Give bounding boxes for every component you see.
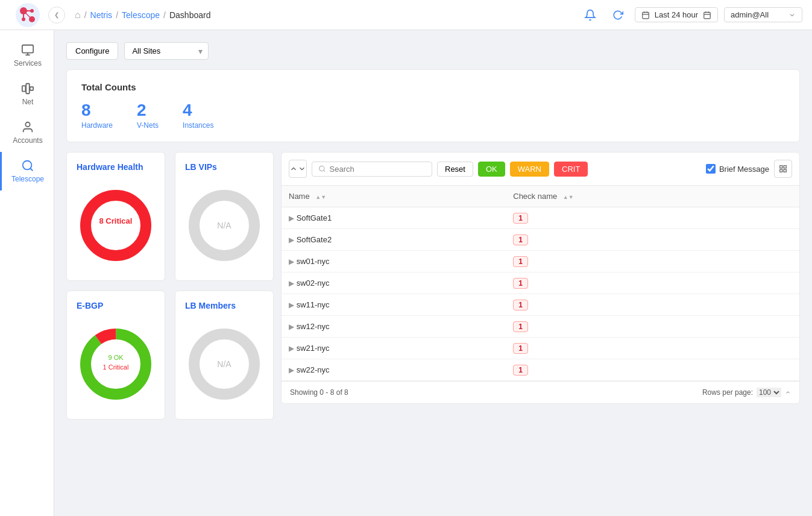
breadcrumb-telescope[interactable]: Telescope bbox=[122, 10, 160, 20]
breadcrumb-netris[interactable]: Netris bbox=[90, 10, 113, 20]
table-row: ▶ SoftGate1 1 bbox=[282, 207, 799, 229]
svg-rect-19 bbox=[22, 86, 26, 91]
search-icon bbox=[318, 165, 326, 173]
row-name: sw01-nyc bbox=[297, 257, 330, 266]
svg-rect-8 bbox=[642, 12, 649, 18]
sidebar-telescope-label: Telescope bbox=[11, 175, 44, 183]
site-select[interactable]: All Sites Site 1 Site 2 bbox=[124, 42, 209, 60]
topbar: ❮ ⌂ / Netris / Telescope / Dashboard bbox=[0, 0, 812, 30]
row-name: sw11-nyc bbox=[297, 300, 330, 309]
sidebar-toggle[interactable]: ❮ bbox=[48, 7, 65, 24]
lb-members-card: LB Members N/A bbox=[175, 291, 274, 420]
layout-icon bbox=[779, 165, 787, 173]
hardware-health-donut: 8 Critical bbox=[77, 180, 155, 271]
row-expand-button[interactable]: ▶ bbox=[289, 257, 294, 266]
stat-vnets-number: 2 bbox=[137, 101, 159, 120]
topbar-right: Last 24 hour admin@All bbox=[579, 4, 802, 26]
row-name-cell: ▶ SoftGate2 bbox=[282, 229, 506, 251]
row-name-cell: ▶ sw11-nyc bbox=[282, 294, 506, 316]
svg-text:N/A: N/A bbox=[217, 221, 231, 230]
table-row: ▶ sw02-nyc 1 bbox=[282, 272, 799, 294]
row-name: sw21-nyc bbox=[297, 344, 330, 353]
lb-vips-title: LB VIPs bbox=[185, 162, 263, 172]
row-expand-button[interactable]: ▶ bbox=[289, 214, 294, 222]
row-name: sw22-nyc bbox=[297, 365, 330, 374]
sidebar-services-label: Services bbox=[14, 59, 42, 68]
row-badge-cell: 1 bbox=[506, 229, 799, 251]
chart-row-bottom: E-BGP 9 OK 1 Critical bbox=[66, 291, 271, 420]
expand-button[interactable] bbox=[289, 160, 307, 178]
sidebar-item-accounts[interactable]: Accounts bbox=[0, 113, 54, 152]
time-range-label: Last 24 hour bbox=[655, 10, 698, 19]
user-dropdown[interactable]: admin@All bbox=[724, 7, 802, 22]
stat-vnets: 2 V-Nets bbox=[137, 101, 159, 130]
sidebar-item-telescope[interactable]: Telescope bbox=[0, 152, 54, 190]
row-badge-cell: 1 bbox=[506, 272, 799, 294]
row-badge: 1 bbox=[513, 234, 528, 245]
svg-text:1 Critical: 1 Critical bbox=[103, 363, 129, 371]
table-row: ▶ sw12-nyc 1 bbox=[282, 316, 799, 338]
lb-vips-card: LB VIPs N/A bbox=[175, 152, 274, 281]
row-badge-cell: 1 bbox=[506, 316, 799, 338]
time-range-selector[interactable]: Last 24 hour bbox=[635, 7, 718, 22]
notifications-button[interactable] bbox=[579, 4, 601, 26]
stat-hardware: 8 Hardware bbox=[81, 101, 113, 130]
svg-line-24 bbox=[30, 168, 33, 171]
ok-filter-button[interactable]: OK bbox=[478, 162, 505, 177]
main-content: Configure All Sites Site 1 Site 2 Total … bbox=[54, 30, 812, 432]
col-header-name: Name ▲▼ bbox=[282, 186, 506, 207]
rows-per-page-select[interactable]: 100 50 25 bbox=[757, 388, 781, 397]
breadcrumb: ⌂ / Netris / Telescope / Dashboard bbox=[75, 10, 579, 20]
row-name-cell: ▶ sw22-nyc bbox=[282, 359, 506, 381]
refresh-button[interactable] bbox=[607, 4, 629, 26]
svg-line-37 bbox=[324, 170, 325, 171]
name-sort-icons[interactable]: ▲▼ bbox=[315, 194, 326, 200]
row-expand-button[interactable]: ▶ bbox=[289, 301, 294, 309]
row-expand-button[interactable]: ▶ bbox=[289, 366, 294, 374]
row-name-cell: ▶ sw12-nyc bbox=[282, 316, 506, 338]
row-name: sw12-nyc bbox=[297, 322, 330, 331]
row-badge: 1 bbox=[513, 321, 528, 332]
stats-row: 8 Hardware 2 V-Nets 4 Instances bbox=[81, 101, 785, 130]
svg-rect-16 bbox=[22, 45, 33, 53]
table-row: ▶ sw21-nyc 1 bbox=[282, 338, 799, 359]
lb-members-donut: N/A bbox=[185, 319, 263, 409]
svg-text:N/A: N/A bbox=[217, 359, 231, 369]
checkname-sort-icons[interactable]: ▲▼ bbox=[563, 194, 574, 200]
warn-filter-button[interactable]: WARN bbox=[510, 162, 549, 177]
row-badge: 1 bbox=[513, 365, 528, 376]
row-expand-button[interactable]: ▶ bbox=[289, 344, 294, 353]
configure-button[interactable]: Configure bbox=[66, 42, 118, 60]
col-header-checkname: Check name ▲▼ bbox=[506, 186, 799, 207]
svg-rect-12 bbox=[704, 12, 711, 18]
row-name-cell: ▶ sw01-nyc bbox=[282, 251, 506, 272]
brief-message-label: Brief Message bbox=[706, 164, 769, 174]
svg-rect-38 bbox=[780, 166, 782, 168]
row-badge-cell: 1 bbox=[506, 251, 799, 272]
chart-row-top: Hardware Health 8 Critical LB VIPs bbox=[66, 152, 271, 281]
row-badge: 1 bbox=[513, 256, 528, 267]
reset-button[interactable]: Reset bbox=[437, 162, 473, 177]
row-name-cell: ▶ sw21-nyc bbox=[282, 338, 506, 359]
layout-button[interactable] bbox=[774, 160, 792, 178]
row-badge: 1 bbox=[513, 213, 528, 224]
sidebar-item-net[interactable]: Net bbox=[0, 75, 54, 113]
row-badge-cell: 1 bbox=[506, 294, 799, 316]
row-badge: 1 bbox=[513, 300, 528, 310]
table-row: ▶ SoftGate2 1 bbox=[282, 229, 799, 251]
svg-rect-20 bbox=[26, 84, 30, 94]
stat-hardware-number: 8 bbox=[81, 101, 113, 120]
logo bbox=[10, 2, 46, 28]
home-icon: ⌂ bbox=[75, 10, 81, 20]
sort-down-icon bbox=[298, 165, 306, 173]
crit-filter-button[interactable]: CRIT bbox=[554, 162, 588, 177]
svg-text:8 Critical: 8 Critical bbox=[99, 216, 133, 225]
search-input[interactable] bbox=[330, 165, 426, 174]
chevron-down-icon bbox=[788, 11, 796, 19]
row-expand-button[interactable]: ▶ bbox=[289, 279, 294, 288]
row-expand-button[interactable]: ▶ bbox=[289, 236, 294, 244]
brief-message-checkbox[interactable] bbox=[706, 164, 716, 174]
sidebar-item-services[interactable]: Services bbox=[0, 36, 54, 75]
row-expand-button[interactable]: ▶ bbox=[289, 322, 294, 331]
svg-point-22 bbox=[25, 122, 30, 127]
